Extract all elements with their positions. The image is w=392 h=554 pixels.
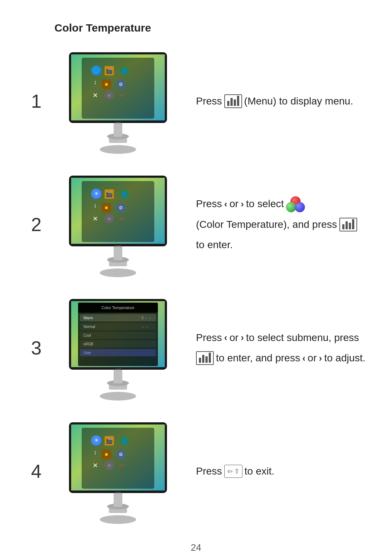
- step-3-monitor: Color Temperature Warm 5 ←→ Normal ←→ Co…: [62, 295, 174, 401]
- svg-text:↕: ↕: [94, 202, 97, 209]
- svg-rect-65: [80, 349, 156, 356]
- svg-text:🎬: 🎬: [106, 437, 113, 444]
- step-2-row: 2 ✳ 🎬: [25, 172, 367, 277]
- exit-button-icon: ⇦ ⇧: [224, 465, 242, 478]
- chevron-left-icon-3b: ‹: [302, 350, 306, 367]
- menu-button-icon-3: [196, 351, 214, 365]
- step-2-instruction-line: Press ‹ or › to select (Color Temperatur…: [196, 195, 367, 254]
- menu-button-icon-2: [339, 218, 357, 231]
- step-4-monitor: ✳ 🎬 👤 ↕ ■ ⚙ ✕ ○ ↩ AOC: [62, 419, 174, 524]
- press-label-3: Press: [196, 329, 222, 347]
- monitor-1-svg: 🌐 🎬 👤 ↕ ■ ⚙ ✕ ○ ↩ AOC: [62, 49, 174, 154]
- or-label-3a: or: [229, 329, 238, 347]
- svg-text:↩: ↩: [119, 215, 124, 222]
- exit-arrow-left-icon: ⇦: [227, 465, 233, 477]
- step-1-monitor: 🌐 🎬 👤 ↕ ■ ⚙ ✕ ○ ↩ AOC: [62, 49, 174, 154]
- submenu-label-3: to select submenu, press: [246, 329, 359, 347]
- section-title: Color Temperature: [54, 22, 367, 34]
- svg-text:sRGB: sRGB: [83, 342, 93, 346]
- color-temp-label: (Color Temperature), and press: [196, 216, 337, 234]
- svg-text:■: ■: [105, 81, 108, 87]
- svg-text:✕: ✕: [93, 92, 98, 99]
- step-4-row: 4 ✳ 🎬: [25, 419, 367, 524]
- page: Color Temperature 1: [0, 0, 392, 554]
- svg-text:Normal: Normal: [83, 325, 95, 329]
- to-enter-label-2: to enter.: [196, 236, 233, 254]
- svg-text:⚙: ⚙: [119, 82, 123, 87]
- svg-rect-29: [82, 181, 154, 242]
- svg-text:✕: ✕: [93, 215, 98, 222]
- svg-text:👤: 👤: [121, 438, 128, 444]
- chevron-left-icon-2: ‹: [224, 196, 228, 213]
- step-3-instruction-line: Press ‹ or › to select submenu, press to…: [196, 329, 367, 368]
- svg-point-0: [100, 145, 136, 154]
- step-2-instruction: Press ‹ or › to select (Color Temperatur…: [189, 195, 367, 254]
- step-1-instruction-line: Press (Menu) to display menu.: [196, 92, 367, 110]
- step-4-instruction: Press ⇦ ⇧ to exit.: [189, 462, 367, 480]
- svg-point-47: [100, 392, 136, 401]
- chevron-right-icon-2: ›: [241, 196, 244, 213]
- press-label-4: Press: [196, 462, 222, 480]
- svg-text:Warm: Warm: [83, 316, 93, 320]
- svg-text:↕: ↕: [94, 449, 97, 455]
- svg-text:✳: ✳: [94, 437, 99, 443]
- press-label-2: Press: [196, 195, 222, 213]
- svg-text:👤: 👤: [121, 191, 128, 197]
- svg-rect-91: [114, 493, 122, 507]
- svg-text:↩: ↩: [119, 92, 124, 99]
- exit-label-4: to exit.: [245, 462, 274, 480]
- svg-point-24: [100, 268, 136, 277]
- svg-text:○: ○: [108, 93, 111, 98]
- or-label-2a: or: [229, 195, 238, 213]
- step-4-number: 4: [25, 460, 47, 482]
- page-number: 24: [25, 542, 367, 553]
- svg-text:↕: ↕: [94, 79, 97, 85]
- svg-text:○: ○: [108, 216, 111, 221]
- monitor-4-svg: ✳ 🎬 👤 ↕ ■ ⚙ ✕ ○ ↩ AOC: [62, 419, 174, 524]
- step-3-instruction: Press ‹ or › to select submenu, press to…: [189, 329, 367, 368]
- step-3-row: 3 Color Temperature: [25, 295, 367, 401]
- step-1-instruction: Press (Menu) to display menu.: [189, 92, 367, 110]
- menu-button-icon-1: [224, 94, 242, 108]
- chevron-left-icon-3a: ‹: [224, 329, 228, 346]
- to-select-label-2: to select: [246, 195, 284, 213]
- step-4-instruction-line: Press ⇦ ⇧ to exit.: [196, 462, 367, 480]
- svg-text:👤: 👤: [121, 68, 128, 74]
- svg-text:🎬: 🎬: [106, 67, 113, 74]
- svg-text:Color Temperature: Color Temperature: [102, 305, 135, 310]
- svg-rect-74: [82, 428, 154, 489]
- to-enter-label-3: to enter, and press: [216, 349, 300, 367]
- menu-text-1: (Menu) to display menu.: [244, 92, 353, 110]
- step-1-number: 1: [25, 90, 47, 112]
- svg-text:5 ←→: 5 ←→: [142, 316, 152, 320]
- svg-rect-23: [114, 123, 122, 137]
- svg-text:■: ■: [105, 451, 108, 457]
- step-2-number: 2: [25, 214, 47, 235]
- svg-text:⚙: ⚙: [119, 452, 123, 457]
- svg-text:⚙: ⚙: [119, 205, 123, 210]
- svg-text:User: User: [83, 351, 91, 355]
- svg-rect-61: [80, 332, 156, 339]
- monitor-2-svg: ✳ 🎬 👤 ↕ ■ ⚙ ✕ ○ ↩ AOC: [62, 172, 174, 277]
- svg-text:←→: ←→: [142, 325, 149, 329]
- step-3-number: 3: [25, 337, 47, 359]
- press-label-1: Press: [196, 92, 222, 110]
- svg-text:🌐: 🌐: [93, 67, 100, 74]
- chevron-right-icon-3a: ›: [241, 329, 244, 346]
- color-balls-icon: [286, 196, 305, 212]
- svg-point-69: [100, 515, 136, 524]
- exit-arrow-right-icon: ⇧: [234, 465, 240, 477]
- svg-rect-68: [114, 370, 122, 383]
- svg-text:🎬: 🎬: [106, 190, 113, 197]
- svg-text:○: ○: [108, 463, 111, 468]
- step-1-row: 1: [25, 49, 367, 154]
- svg-text:■: ■: [105, 205, 108, 210]
- or-label-3b: or: [308, 349, 317, 367]
- svg-text:✳: ✳: [94, 190, 99, 197]
- monitor-3-svg: Color Temperature Warm 5 ←→ Normal ←→ Co…: [62, 295, 174, 401]
- svg-text:✕: ✕: [93, 462, 98, 469]
- svg-rect-46: [114, 246, 122, 260]
- to-adjust-label-3: to adjust.: [324, 349, 366, 367]
- chevron-right-icon-3b: ›: [319, 350, 322, 367]
- svg-text:↩: ↩: [119, 462, 124, 469]
